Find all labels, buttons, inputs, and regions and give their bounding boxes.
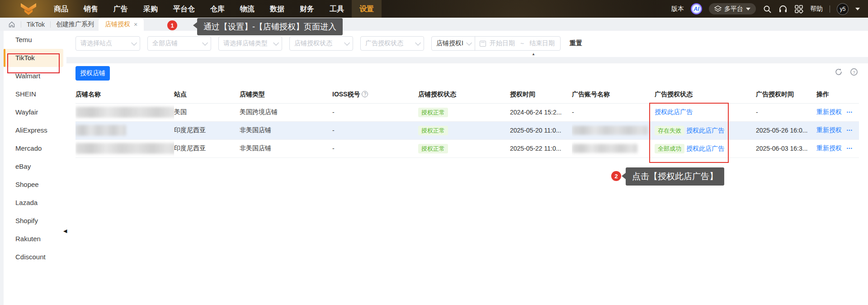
sidebar-item-rakuten[interactable]: Rakuten [4, 230, 66, 248]
sidebar-item-tiktok[interactable]: TikTok [4, 49, 63, 67]
close-icon[interactable]: × [134, 21, 137, 28]
sidebar-item-cdiscount[interactable]: Cdiscount [4, 248, 66, 266]
breadcrumb-page[interactable]: 创建推广系列 [56, 20, 94, 29]
reauthorize-link[interactable]: 重新授权 [816, 144, 842, 152]
filter-collapse-button[interactable]: ▲ [524, 52, 542, 57]
apps-grid-icon[interactable] [794, 5, 803, 14]
col-site: 站点 [174, 86, 240, 103]
ad-auth-status-select[interactable]: 广告授权状态 [360, 36, 424, 51]
authorize-ads-link[interactable]: 授权此店广告 [655, 108, 693, 115]
divider [830, 5, 830, 13]
shop-type-select[interactable]: 请选择店铺类型 [218, 36, 282, 51]
ad-account-cell: - [572, 103, 655, 121]
help-link[interactable]: 帮助 [810, 5, 823, 13]
table-header-row: 店铺名称 站点 店铺类型 IOSS税号? 店铺授权状态 授权时间 广告账号名称 … [75, 86, 859, 103]
shop-authorization-panel: 授权店铺 ? 店铺名称 站点 店铺类型 IOSS税号? 店铺授权状态 授权时间 … [66, 63, 868, 305]
chevron-down-icon [746, 8, 750, 10]
sidebar-item-temu[interactable]: Temu [4, 31, 66, 49]
sidebar-item-shopify[interactable]: Shopify [4, 212, 66, 230]
more-actions-icon[interactable]: ⋯ [846, 144, 853, 152]
ioss-cell: - [332, 103, 418, 121]
nav-item-finance[interactable]: 财务 [292, 0, 322, 18]
shop-type-placeholder: 请选择店铺类型 [223, 39, 268, 48]
ioss-cell: - [332, 139, 418, 157]
start-date-input[interactable]: 开始日期 [490, 39, 520, 48]
layers-icon [714, 5, 722, 13]
col-shop-auth-status: 店铺授权状态 [418, 86, 510, 103]
nav-item-products[interactable]: 商品 [46, 0, 76, 18]
filter-panel: 请选择站点 全部店铺 请选择店铺类型 店铺授权状态 广告授权状态 店铺授权I 开 [66, 31, 868, 57]
ad-auth-status-placeholder: 广告授权状态 [365, 39, 403, 48]
user-menu-chevron-icon[interactable] [855, 8, 860, 10]
calendar-icon [480, 41, 486, 47]
shop-auth-status-badge: 授权正常 [418, 108, 448, 117]
col-shop-type: 店铺类型 [240, 86, 332, 103]
ad-auth-time-cell: 2025-06-03 16:3... [756, 139, 816, 157]
sidebar-item-shein[interactable]: SHEIN [4, 85, 66, 103]
version-label[interactable]: 版本 [671, 5, 684, 13]
authorize-ads-link[interactable]: 授权此店广告 [686, 127, 724, 134]
authorize-ads-link[interactable]: 授权此店广告 [686, 145, 724, 152]
headset-icon[interactable] [778, 5, 788, 14]
nav-item-ads[interactable]: 广告 [106, 0, 136, 18]
tab-label: 店铺授权 [105, 20, 130, 29]
nav-item-platform-warehouse[interactable]: 平台仓 [165, 0, 203, 18]
sidebar-item-shopee[interactable]: Shopee [4, 176, 66, 194]
help-circle-icon[interactable]: ? [850, 68, 858, 76]
more-actions-icon[interactable]: ⋯ [846, 108, 853, 115]
nav-item-logistics[interactable]: 物流 [232, 0, 262, 18]
refresh-icon[interactable] [835, 68, 843, 76]
shop-select[interactable]: 全部店铺 [147, 36, 211, 51]
end-date-input[interactable]: 结束日期 [529, 39, 560, 48]
divider [21, 21, 21, 28]
date-separator: ~ [520, 40, 529, 47]
nav-item-tools[interactable]: 工具 [322, 0, 352, 18]
more-actions-icon[interactable]: ⋯ [846, 126, 853, 133]
shops-table: 店铺名称 站点 店铺类型 IOSS税号? 店铺授权状态 授权时间 广告账号名称 … [75, 86, 859, 158]
nav-item-data[interactable]: 数据 [262, 0, 292, 18]
reauthorize-link[interactable]: 重新授权 [816, 126, 842, 133]
table-row: 美国 美国跨境店铺 - 授权正常 2024-06-24 15:2... - 授权… [75, 103, 859, 121]
sidebar-item-aliexpress[interactable]: AliExpress [4, 121, 66, 139]
ioss-help-icon[interactable]: ? [362, 91, 368, 97]
nav-utilities: 版本 AI 多平台 帮助 y5 [671, 0, 860, 18]
ad-auth-status-badge: 存在失效 [655, 126, 684, 135]
platform-switcher[interactable]: 多平台 [709, 3, 756, 14]
shop-type-cell: 非美国店铺 [240, 139, 332, 157]
step-2-badge: 2 [611, 171, 621, 181]
ad-account-redacted [572, 144, 637, 153]
home-icon[interactable] [8, 21, 15, 28]
reauthorize-link[interactable]: 重新授权 [816, 108, 842, 115]
site-select[interactable]: 请选择站点 [75, 36, 140, 51]
shop-auth-status-select[interactable]: 店铺授权状态 [289, 36, 353, 51]
ai-assistant-icon[interactable]: AI [691, 3, 702, 14]
nav-item-warehouse[interactable]: 仓库 [203, 0, 232, 18]
tooltip-arrow [622, 173, 626, 179]
sidebar-item-walmart[interactable]: Walmart [4, 67, 66, 85]
sidebar-item-lazada[interactable]: Lazada [4, 194, 66, 212]
sidebar-item-ebay[interactable]: eBay [4, 157, 66, 176]
step-2-tooltip: 点击【授权此店广告】 [626, 167, 724, 186]
svg-text:?: ? [853, 70, 855, 75]
nav-item-settings[interactable]: 设置 [352, 0, 382, 18]
tab-bar: TikTok 创建推广系列 店铺授权 × [0, 18, 868, 31]
user-avatar[interactable]: y5 [837, 3, 849, 15]
table-row: 印度尼西亚 非美国店铺 - 授权正常 2025-05-22 11:0... 全部… [75, 139, 859, 157]
nav-item-sales[interactable]: 销售 [76, 0, 106, 18]
search-icon[interactable] [763, 5, 772, 14]
authorize-shop-button[interactable]: 授权店铺 [75, 66, 110, 81]
site-select-placeholder: 请选择站点 [80, 39, 112, 48]
auth-time-cell: 2024-06-24 15:2... [510, 103, 572, 121]
reset-button[interactable]: 重置 [570, 39, 582, 48]
sidebar-item-mercado[interactable]: Mercado [4, 139, 66, 157]
tab-shop-authorization[interactable]: 店铺授权 × [99, 18, 144, 31]
breadcrumb-platform[interactable]: TikTok [27, 21, 45, 28]
date-type-select[interactable]: 店铺授权I [432, 39, 475, 48]
ioss-cell: - [332, 121, 418, 139]
nav-item-purchase[interactable]: 采购 [136, 0, 165, 18]
ad-account-redacted [572, 126, 648, 135]
sidebar-collapse-icon[interactable]: ◀ [63, 226, 69, 235]
sidebar-item-wayfair[interactable]: Wayfair [4, 103, 66, 121]
step-1-badge: 1 [167, 20, 177, 30]
ad-auth-time-cell: 2025-05-26 16:0... [756, 121, 816, 139]
